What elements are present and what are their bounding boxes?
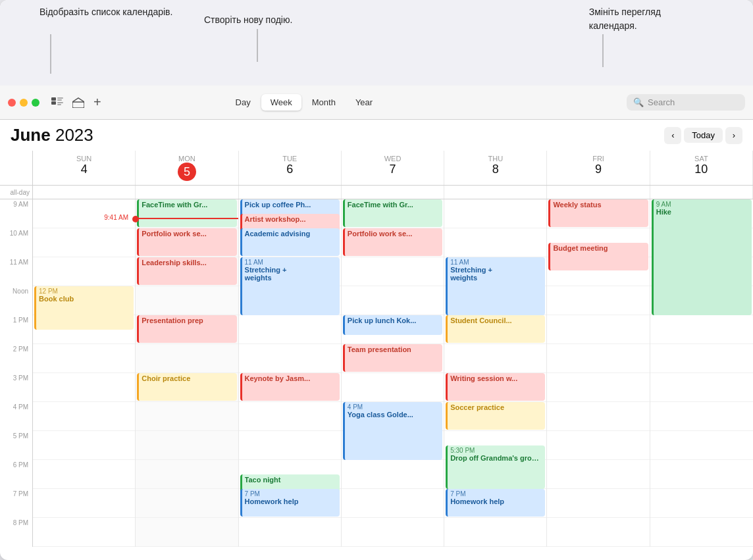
close-button[interactable] (8, 99, 16, 107)
time-5pm: 5 PM (0, 431, 33, 460)
calendars-icon[interactable] (50, 95, 65, 110)
time-scroll-area[interactable]: 9 AM 10 AM 11 AM Noon 1 PM 2 PM 3 PM 4 P… (0, 199, 753, 560)
day-header-sat: Sat10 (650, 151, 753, 185)
allday-fri (547, 186, 650, 199)
hour-wed-7 (342, 489, 444, 518)
next-button[interactable]: › (725, 127, 742, 144)
col-fri: Weekly status Budget meeting (547, 199, 650, 547)
hour-mon-noon (136, 286, 238, 315)
hour-tue-5 (239, 431, 341, 460)
hour-sat-2 (650, 344, 753, 373)
hour-sun-5 (33, 431, 135, 460)
titlebar: + Day Week Month Year 🔍 Search (0, 86, 753, 120)
tab-month[interactable]: Month (303, 94, 345, 111)
event-writing-session[interactable]: Writing session w... (446, 373, 545, 401)
day-header-thu: Thu8 (444, 151, 547, 185)
time-8pm: 8 PM (0, 518, 33, 547)
col-sun: 12 PM Book club (33, 199, 136, 547)
day-header-mon: Mon5 (136, 151, 238, 185)
hour-fri-5 (547, 431, 649, 460)
prev-button[interactable]: ‹ (664, 127, 681, 144)
time-grid: 9 AM 10 AM 11 AM Noon 1 PM 2 PM 3 PM 4 P… (0, 199, 753, 547)
hour-thu-8 (444, 518, 546, 547)
inbox-icon[interactable] (71, 95, 86, 110)
hour-fri-3 (547, 373, 649, 402)
event-book-club[interactable]: 12 PM Book club (34, 286, 134, 330)
event-academic-advising[interactable]: Academic advising (240, 228, 340, 256)
day-header-tue: Tue6 (239, 151, 342, 185)
event-soccer[interactable]: Soccer practice (446, 402, 545, 430)
event-presentation-prep[interactable]: Presentation prep (137, 315, 236, 343)
hour-fri-7 (547, 489, 649, 518)
minimize-button[interactable] (20, 99, 28, 107)
tab-year[interactable]: Year (346, 94, 382, 111)
time-2pm: 2 PM (0, 344, 33, 373)
event-portfolio-wed[interactable]: Portfolio work se... (343, 228, 442, 256)
hour-mon-6 (136, 460, 238, 489)
hour-wed-11 (342, 257, 444, 286)
event-stretching-thu[interactable]: 11 AM Stretching +weights (446, 257, 545, 315)
time-10am: 10 AM (0, 228, 33, 257)
day-header-sun: Sun4 (33, 151, 136, 185)
allday-thu (444, 186, 547, 199)
event-homework-tue[interactable]: 7 PM Homework help (240, 489, 340, 517)
hour-sun-10 (33, 228, 135, 257)
event-facetime-wed[interactable]: FaceTime with Gr... (343, 199, 442, 227)
event-budget-meeting[interactable]: Budget meeting (548, 243, 648, 270)
event-stretching-tue[interactable]: 11 AM Stretching +weights (240, 257, 340, 315)
event-portfolio-mon[interactable]: Portfolio work se... (137, 228, 236, 256)
hour-fri-6 (547, 460, 649, 489)
hour-wed-6 (342, 460, 444, 489)
event-weekly-status[interactable]: Weekly status (548, 199, 648, 227)
allday-row: all-day (0, 186, 753, 199)
event-leadership-mon[interactable]: Leadership skills... (137, 257, 236, 285)
hour-sat-8 (650, 518, 753, 547)
tab-day[interactable]: Day (226, 94, 260, 111)
event-pickup-lunch[interactable]: Pick up lunch Kok... (343, 315, 442, 335)
event-homework-thu[interactable]: 7 PM Homework help (446, 489, 545, 517)
hour-thu-9 (444, 199, 546, 228)
hour-sat-4 (650, 402, 753, 431)
allday-sun (33, 186, 136, 199)
time-noon: Noon (0, 286, 33, 315)
event-student-council[interactable]: Student Council... (446, 315, 545, 343)
event-grandma[interactable]: 5:30 PM Drop off Grandma's groceries (446, 445, 545, 489)
hour-sat-6 (650, 460, 753, 489)
hour-sun-11 (33, 257, 135, 286)
day-header-wed: Wed7 (342, 151, 444, 185)
hour-thu-2 (444, 344, 546, 373)
col-sat: 9 AM Hike (650, 199, 753, 547)
hour-tue-8 (239, 518, 341, 547)
hour-wed-noon (342, 286, 444, 315)
col-mon: 9:41 AM FaceTime with Gr... Portfolio wo… (136, 199, 238, 547)
hour-sat-3 (650, 373, 753, 402)
hour-fri-1 (547, 315, 649, 344)
event-choir[interactable]: Choir practice (137, 373, 236, 401)
svg-rect-5 (57, 97, 63, 99)
day-header-fri: Fri9 (547, 151, 650, 185)
tab-week[interactable]: Week (261, 94, 301, 111)
event-facetime-mon[interactable]: FaceTime with Gr... (137, 199, 236, 227)
time-7pm: 7 PM (0, 489, 33, 518)
add-event-button[interactable]: + (93, 95, 101, 110)
today-button[interactable]: Today (684, 128, 723, 143)
time-1pm: 1 PM (0, 315, 33, 344)
hour-sun-4 (33, 402, 135, 431)
search-box[interactable]: 🔍 Search (627, 94, 745, 111)
time-column: 9 AM 10 AM 11 AM Noon 1 PM 2 PM 3 PM 4 P… (0, 199, 33, 547)
hour-mon-2 (136, 344, 238, 373)
svg-rect-8 (57, 104, 61, 105)
col-wed: FaceTime with Gr... Portfolio work se...… (342, 199, 444, 547)
hour-sun-9 (33, 199, 135, 228)
allday-tue (239, 186, 342, 199)
event-yoga[interactable]: 4 PM Yoga class Golde... (343, 402, 442, 460)
maximize-button[interactable] (32, 99, 39, 107)
hour-tue-1 (239, 315, 341, 344)
day-headers: Sun4 Mon5 Tue6 Wed7 Thu8 Fri9 Sat10 (0, 151, 753, 186)
svg-rect-9 (72, 102, 84, 108)
event-keynote[interactable]: Keynote by Jasm... (240, 373, 340, 401)
event-hike[interactable]: 9 AM Hike (652, 199, 752, 315)
event-team-presentation[interactable]: Team presentation (343, 344, 442, 372)
hour-mon-8 (136, 518, 238, 547)
hour-mon-5 (136, 431, 238, 460)
